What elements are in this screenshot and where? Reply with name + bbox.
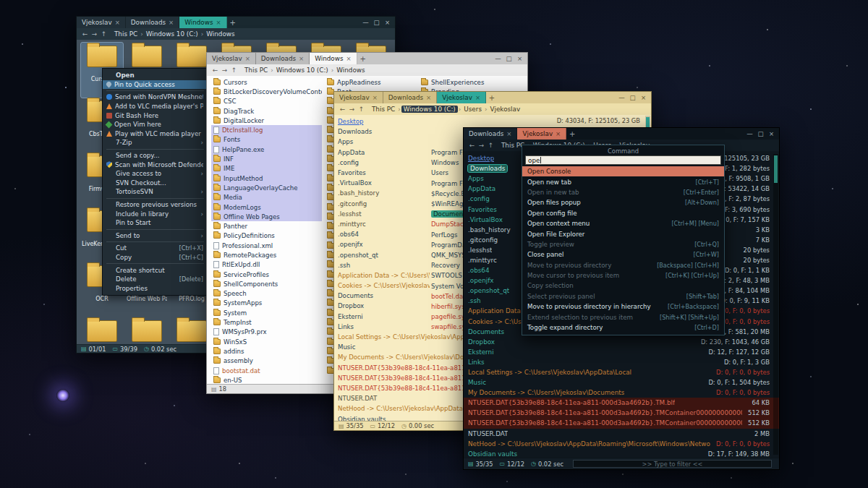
file-item-shellcomponents[interactable]: ShellComponents: [211, 279, 322, 288]
grid-item[interactable]: [126, 317, 168, 344]
new-tab-button[interactable]: +: [486, 94, 498, 102]
menu-item-copy[interactable]: Copy[Ctrl+C]: [103, 253, 208, 262]
tab-vjekoslav[interactable]: Vjekoslav×: [517, 128, 566, 140]
menu-item-svn-checkout[interactable]: SVN Checkout...: [103, 179, 208, 188]
command-item-open-file-explorer[interactable]: Open File Explorer: [522, 228, 724, 239]
command-item-extend-selection-to-previous-item[interactable]: Extend selection to previous item[Shift+…: [522, 312, 724, 322]
grid-item[interactable]: [81, 317, 123, 344]
file-item-serviceprofiles[interactable]: ServiceProfiles: [211, 270, 322, 279]
file-item-systemapps[interactable]: SystemApps: [211, 299, 322, 308]
menu-item-add-to-vlc-media-player-s-playlist[interactable]: Add to VLC media player's Playlist: [103, 102, 208, 111]
file-item-professional-xml[interactable]: Professional.xml: [211, 241, 322, 250]
file-item-minttyrc[interactable]: .minttyrc: [338, 219, 430, 229]
file-row-my-documents[interactable]: My Documents -> C:\Users\Vjekoslav\Docum…: [464, 388, 779, 398]
file-row-local-settings[interactable]: Local Settings -> C:\Users\Vjekoslav\App…: [464, 367, 779, 377]
close-button[interactable]: ×: [514, 55, 525, 62]
file-row-ntuser-dat[interactable]: NTUSER.DAT2 MB: [464, 429, 779, 439]
forward-button[interactable]: →: [477, 142, 486, 149]
command-item-open-files-popup[interactable]: Open files popup[Alt+Down]: [522, 197, 724, 207]
file-item-cursors[interactable]: Cursors: [211, 77, 322, 87]
tab-vjekoslav[interactable]: Vjekoslav×: [437, 92, 486, 103]
file-item-application-data[interactable]: Application Data -> C:\Users\Vjekoslav\A…: [338, 270, 430, 281]
file-item-addins[interactable]: addins: [211, 346, 322, 356]
tab-windows[interactable]: Windows×: [310, 53, 357, 64]
file-item-lesshst[interactable]: .lesshst: [338, 209, 430, 219]
tab-close-icon[interactable]: ×: [299, 55, 304, 62]
titlebar-spacer[interactable]: [239, 17, 360, 28]
file-row-ntuser-dat-53b39e88-18c4-11ea-a811-000d3aa4692b-tm-blf[interactable]: NTUSER.DAT{53b39e88-18c4-11ea-a811-000d3…: [464, 398, 779, 408]
maximize-button[interactable]: □: [503, 55, 514, 62]
command-item-toggle-expand-directory[interactable]: Toggle expand directory[Ctrl+D]: [522, 322, 724, 333]
menu-item-create-shortcut[interactable]: Create shortcut: [103, 265, 208, 275]
tab-close-icon[interactable]: ×: [115, 19, 120, 26]
file-item-openshot-qt[interactable]: .openshot_qt: [338, 249, 430, 260]
file-item-bootstat-dat[interactable]: bootstat.dat: [211, 366, 322, 375]
file-item-winsxs[interactable]: WinSxS: [211, 337, 322, 346]
tab-downloads[interactable]: Downloads×: [383, 92, 437, 103]
file-item-inputmethod[interactable]: InputMethod: [211, 174, 322, 183]
menu-item-scan-with-microsoft-defender[interactable]: Scan with Microsoft Defender...: [103, 160, 208, 169]
tab-downloads[interactable]: Downloads×: [464, 128, 517, 140]
up-button[interactable]: ↑: [229, 67, 239, 74]
command-item-open-context-menu[interactable]: Open context menu[Ctrl+M] [Menu]: [522, 218, 724, 228]
up-button[interactable]: ↑: [357, 106, 366, 113]
maximize-button[interactable]: □: [371, 19, 382, 26]
tab-vjekoslav[interactable]: Vjekoslav×: [207, 53, 256, 64]
titlebar-spacer[interactable]: [578, 128, 744, 140]
file-row-music[interactable]: MusicD: 0, F: 1, 504 bytes: [464, 377, 779, 388]
tab-close-icon[interactable]: ×: [346, 55, 352, 62]
file-item-speech[interactable]: Speech: [211, 289, 322, 299]
command-item-open-new-tab[interactable]: Open new tab[Ctrl+T]: [522, 176, 724, 187]
file-item-openjfx[interactable]: .openjfx: [338, 239, 430, 249]
new-tab-button[interactable]: +: [357, 55, 369, 63]
file-item-policydefinitions[interactable]: PolicyDefinitions: [211, 231, 322, 241]
file-item-assembly[interactable]: assembly: [211, 356, 322, 366]
menu-item-send-with-nordvpn-meshnet[interactable]: Send with NordVPN Meshnet: [103, 93, 208, 102]
maximize-button[interactable]: □: [755, 130, 766, 137]
file-item-dtcinstall-log[interactable]: DtcInstall.log: [211, 125, 322, 134]
menu-item-include-in-library[interactable]: Include in library›: [103, 209, 208, 218]
menu-item-open[interactable]: Open: [103, 71, 208, 80]
tab-windows[interactable]: Windows×: [179, 17, 226, 28]
file-row-obsidian-vaults[interactable]: Obsidian vaultsD: 17, F: 149, 38 MB: [464, 449, 779, 458]
file-row-nethood[interactable]: NetHood -> C:\Users\Vjekoslav\AppData\Ro…: [464, 439, 779, 449]
back-button[interactable]: ←: [80, 30, 90, 38]
file-row-dropbox[interactable]: DropboxD: 230, F: 1043, 46 GB: [464, 337, 779, 347]
close-button[interactable]: ×: [638, 94, 649, 101]
tab-downloads[interactable]: Downloads×: [256, 53, 310, 64]
file-item-media[interactable]: Media: [211, 193, 322, 202]
breadcrumb-segment-this-pc[interactable]: This PC: [242, 67, 270, 74]
menu-item-pin-to-start[interactable]: Pin to Start: [103, 218, 208, 228]
minimize-button[interactable]: —: [360, 19, 371, 26]
file-item-bitlockerdiscoveryvolumecontents[interactable]: BitLockerDiscoveryVolumeContents: [211, 87, 322, 96]
file-item-gitconfig[interactable]: .gitconfig: [338, 199, 430, 209]
new-tab-button[interactable]: +: [566, 130, 578, 138]
file-item-eksterni[interactable]: Eksterni: [338, 312, 430, 322]
file-row-ntuser-dat-53b39e88-18c4-11ea-a811-000d3aa4692b-tmcontainer00000000000000000001-regtrans-ms[interactable]: NTUSER.DAT{53b39e88-18c4-11ea-a811-000d3…: [464, 408, 779, 418]
close-button[interactable]: ×: [766, 130, 777, 137]
file-item-diagtrack[interactable]: DiagTrack: [211, 106, 322, 116]
file-item-fonts[interactable]: Fonts: [211, 135, 322, 145]
file-item-bash-history[interactable]: .bash_history: [338, 188, 430, 198]
file-row-links[interactable]: LinksD: 0, F: 1, 3 GB: [464, 357, 779, 367]
file-item-wmsyspr9-prx[interactable]: WMSysPr9.prx: [211, 328, 322, 337]
menu-item-delete[interactable]: Delete[Delete]: [103, 275, 208, 284]
forward-button[interactable]: →: [220, 67, 229, 74]
command-item-open-console[interactable]: Open Console: [522, 166, 724, 176]
tab-downloads[interactable]: Downloads×: [126, 17, 179, 28]
breadcrumb-segment-users[interactable]: Users: [461, 106, 484, 113]
file-item-shellexperiences[interactable]: ShellExperiences: [419, 77, 524, 87]
file-item-virtualbox[interactable]: .VirtualBox: [338, 178, 430, 188]
file-item-panther[interactable]: Panther: [211, 221, 322, 231]
minimize-button[interactable]: —: [493, 55, 503, 62]
titlebar[interactable]: Vjekoslav×Downloads×Vjekoslav×+ —□×: [334, 92, 651, 103]
menu-item-restore-previous-versions[interactable]: Restore previous versions: [103, 200, 208, 210]
file-item-config[interactable]: .config: [338, 158, 430, 168]
file-item-ssh[interactable]: .ssh: [338, 260, 430, 270]
file-item-offline-web-pages[interactable]: Offline Web Pages: [211, 212, 322, 221]
breadcrumb-segment-windows-10-c[interactable]: Windows 10 (C:): [401, 106, 458, 113]
file-item-obs64[interactable]: .obs64: [338, 229, 430, 239]
command-item-move-cursor-to-previous-item[interactable]: Move cursor to previous item[Ctrl+K] [Ct…: [522, 270, 724, 281]
menu-item-tortoisesvn[interactable]: TortoiseSVN›: [103, 187, 208, 197]
breadcrumb-segment-this-pc[interactable]: This PC: [112, 30, 140, 38]
